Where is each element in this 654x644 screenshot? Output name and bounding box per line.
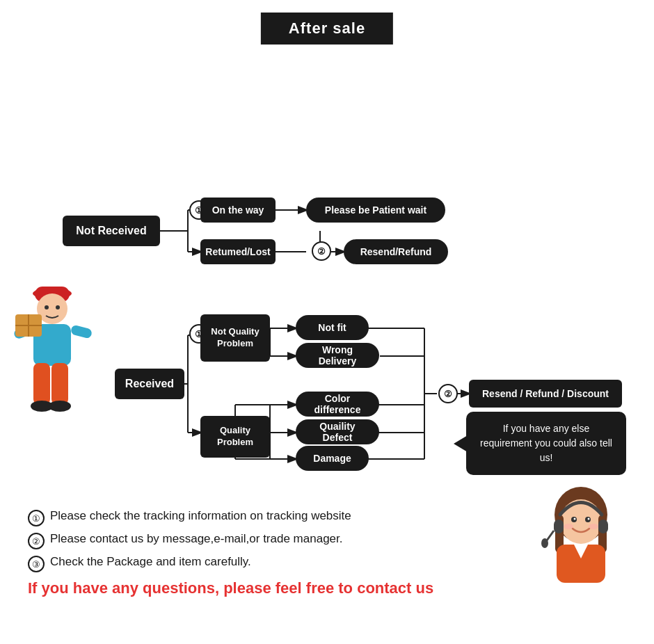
svg-rect-43 (51, 363, 68, 405)
svg-rect-61 (598, 520, 608, 533)
resend-refund-node: Resend/Refund (344, 239, 448, 264)
wrong-delivery-node: Wrong Delivery (296, 343, 379, 368)
svg-point-47 (56, 305, 60, 309)
page-title: After sale (261, 13, 393, 45)
diagram-area: Not Received ① On the way Retumed/Lost P… (14, 64, 640, 495)
returned-lost-node: Retumed/Lost (200, 239, 276, 264)
speech-bubble: If you have any else requirement you cou… (466, 412, 626, 475)
note-circle-2: ② (28, 533, 45, 549)
note-circle-3: ③ (28, 556, 45, 572)
svg-point-54 (574, 518, 576, 520)
color-diff-node: Color difference (296, 392, 379, 417)
note-text-1: Please check the tracking information on… (50, 509, 351, 523)
quality-problem-node: Quality Problem (200, 416, 270, 458)
svg-point-46 (45, 305, 49, 309)
support-agent-illustration (536, 483, 626, 597)
svg-rect-42 (33, 363, 50, 405)
svg-line-62 (547, 531, 554, 540)
note-circle-1: ① (28, 510, 45, 526)
svg-point-45 (49, 401, 71, 412)
svg-point-57 (589, 524, 598, 529)
svg-point-56 (564, 524, 573, 529)
note-text-2: Please contact us by message,e-mail,or t… (50, 532, 343, 546)
svg-point-49 (560, 499, 602, 544)
please-wait-node: Please be Patient wait (306, 198, 445, 223)
on-the-way-node: On the way (200, 198, 276, 223)
notes-section: ① Please check the tracking information … (14, 502, 640, 604)
circle2-top: ② (312, 241, 331, 261)
circle2-bottom: ② (438, 384, 458, 403)
note-text-3: Check the Package and item carefully. (50, 555, 251, 569)
quality-defect-node: Quaility Defect (296, 419, 379, 444)
not-quality-problem-node: Not Quality Problem (200, 314, 270, 362)
svg-rect-38 (70, 324, 93, 339)
damage-node: Damage (296, 446, 369, 471)
svg-point-55 (588, 518, 590, 520)
not-fit-node: Not fit (296, 315, 369, 340)
svg-point-63 (541, 538, 548, 548)
resend-refund-discount-node: Resend / Refund / Discount (469, 380, 622, 408)
svg-rect-60 (554, 520, 564, 533)
received-node: Received (115, 369, 184, 399)
delivery-person-illustration (14, 273, 104, 428)
not-received-node: Not Received (63, 216, 160, 246)
